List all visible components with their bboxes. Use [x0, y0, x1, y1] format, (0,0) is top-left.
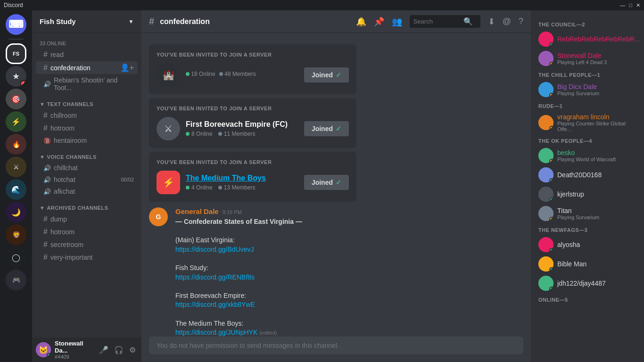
server-icon-8[interactable]: 🌙 [6, 202, 26, 222]
server-icon-7[interactable]: 🌊 [6, 179, 26, 200]
server-icon-9[interactable]: 🦁 [6, 224, 26, 245]
member-name-jdh122: jdh122/djay4487 [557, 280, 606, 287]
server-icon-4[interactable]: ⚡ [6, 111, 26, 132]
header-icons: 🔔 📌 👥 🔍 ⬇ @ ? [356, 15, 523, 28]
channel-confederation[interactable]: # confederation 👤+ [36, 61, 138, 74]
channel-header-name: confederation [160, 17, 210, 26]
member-name-info-death: Death20D0168 [557, 171, 602, 179]
notification-icon[interactable]: 🔔 [356, 16, 366, 27]
invite-link-boreevach[interactable]: https://discord.gg/xkb8YwE [175, 301, 255, 308]
member-jdh122[interactable]: jdh122/djay4487 [535, 274, 640, 293]
input-area: You do not have permission to send messa… [141, 337, 531, 362]
member-avatar-death [538, 167, 553, 182]
member-name-info-besko: besko Playing World of Warcraft [557, 149, 616, 162]
member-big-dicx-dale[interactable]: Big Dicx Dale Playing Survarium [535, 80, 640, 99]
invite-card: YOU'VE BEEN INVITED TO JOIN A SERVER 🏰 1… [149, 44, 356, 94]
server-icon-medium-boys: ⚡ [157, 171, 180, 194]
member-death[interactable]: Death20D0168 [535, 165, 640, 184]
titlebar: Discord — □ ✕ [0, 0, 644, 10]
channel-voice-rebian[interactable]: 🔊 Rebian's Shootin' and Toot... [36, 74, 138, 93]
members-icon[interactable]: 👥 [392, 16, 402, 27]
server-header[interactable]: Fish Study ▼ [32, 10, 141, 33]
add-user-icon[interactable]: 👤+ [120, 63, 134, 72]
mute-btn[interactable]: 🎤 [97, 344, 110, 356]
invite-link-fish-study[interactable]: https://discord.gg/RENBf8s [175, 273, 255, 281]
member-name-info-vragraham: vragraham lincoln Playing Counter-Strike… [557, 113, 636, 132]
pin-icon[interactable]: 📌 [374, 16, 384, 27]
online-status-death [549, 178, 553, 182]
category-arrow: ▼ [40, 205, 45, 211]
deafen-btn[interactable]: 🎧 [112, 344, 125, 356]
search-input[interactable] [413, 18, 461, 25]
invite-info-2: The Medium The Boys 4 Online 13 Members [186, 174, 298, 191]
voice-icon: 🔊 [43, 176, 51, 183]
help-icon[interactable]: ? [519, 16, 523, 26]
channel-hentairoom[interactable]: 🔞 hentairoom [36, 135, 138, 146]
join-btn-label: Joined [312, 71, 333, 79]
at-icon[interactable]: @ [503, 16, 511, 26]
message-body: General Dale 9:16 PM — Confederate State… [175, 207, 302, 337]
member-bible-man[interactable]: Bible Man [535, 255, 640, 273]
minimize-btn[interactable]: — [620, 2, 625, 8]
join-button[interactable]: Joined ✓ [304, 67, 349, 82]
server-icon-5[interactable]: 🔥 [6, 134, 26, 155]
channel-archived-hotroom[interactable]: # hotroom [36, 226, 138, 238]
titlebar-left: Discord [4, 2, 23, 8]
text-channels-category[interactable]: ▼ TEXT CHANNELS [32, 94, 141, 109]
channel-hotroom[interactable]: # hotroom [36, 122, 138, 134]
invite-link-east-virginia[interactable]: https://discord.gg/BdUvevJ [175, 246, 254, 253]
message-group-general-dale: G General Dale 9:16 PM — Confederate Sta… [141, 206, 531, 337]
member-rebrb[interactable]: RebRebRebRebRebRebR... [535, 30, 640, 49]
invite-server-icon: 🏰 [157, 63, 180, 87]
server-icon-11[interactable]: 🎮 [6, 270, 26, 290]
channel-chillroom[interactable]: # chillroom [36, 109, 138, 122]
invite-link-medium-boys[interactable]: https://discord.gg/JUNpHYK [175, 329, 257, 336]
member-besko[interactable]: besko Playing World of Warcraft [535, 146, 640, 165]
channel-read[interactable]: # read [36, 49, 138, 61]
discord-home-icon[interactable]: ⌨ [6, 14, 26, 35]
channel-sidebar: Fish Study ▼ 33 ONLINE # read # confeder… [32, 10, 141, 362]
channel-chillchat[interactable]: 🔊 chillchat [36, 162, 138, 173]
join-button-1[interactable]: Joined ✓ [304, 121, 349, 136]
titlebar-title: Discord [4, 2, 23, 8]
member-titan[interactable]: Titan Playing Survarium [535, 204, 640, 223]
members-stat-1: 11 Members [218, 131, 256, 137]
channel-name: chillchat [54, 164, 134, 172]
member-avatar-stonewall [538, 51, 553, 66]
notification-badge: 1 [20, 80, 26, 87]
channel-hotchat[interactable]: 🔊 hotchat 00/02 [36, 174, 138, 185]
join-button-2[interactable]: Joined ✓ [304, 175, 349, 190]
user-avatar: 🐱 [36, 342, 51, 357]
download-icon[interactable]: ⬇ [488, 16, 495, 27]
channels-list: 33 ONLINE # read # confederation 👤+ 🔊 Re… [32, 33, 141, 337]
invite-card-2-container: YOU'VE BEEN INVITED TO JOIN A SERVER ⚡ T… [141, 152, 531, 202]
server-name-link-2[interactable]: The Medium The Boys [186, 174, 266, 182]
channel-secretroom[interactable]: # secretroom [36, 239, 138, 251]
category-arrow: ▼ [40, 101, 45, 107]
server-icon-3[interactable]: 🎯 [6, 89, 26, 109]
member-name-info-bigdicx: Big Dicx Dale Playing Survarium [557, 83, 599, 96]
channel-afkchat[interactable]: 🔊 afkchat [36, 186, 138, 197]
member-game-stonewall: Playing Left 4 Dead 3 [557, 59, 607, 65]
close-btn[interactable]: ✕ [636, 2, 640, 8]
search-bar[interactable]: 🔍 [410, 15, 480, 28]
member-alyosha[interactable]: alyosha [535, 235, 640, 254]
member-stonewall[interactable]: Stonewall Dale Playing Left 4 Dead 3 [535, 49, 640, 68]
voice-channels-category[interactable]: ▼ VOICE CHANNELS [32, 147, 141, 162]
member-game-vragraham: Playing Counter-Strike Global Offe... [557, 121, 636, 132]
channel-very-important[interactable]: # very-important [36, 251, 138, 263]
settings-btn[interactable]: ⚙ [127, 344, 138, 356]
server-icon-10[interactable]: ◯ [6, 247, 26, 268]
member-vragraham[interactable]: vragraham lincoln Playing Counter-Strike… [535, 111, 640, 134]
member-kjerlstrup[interactable]: kjerlstrup [535, 185, 640, 204]
maximize-btn[interactable]: □ [629, 2, 632, 8]
member-avatar-kjerlstrup [538, 187, 553, 202]
channel-dump[interactable]: # dump [36, 213, 138, 225]
server-icon-fish-study[interactable]: FS [6, 43, 26, 64]
server-icon-6[interactable]: ⚔ [6, 156, 26, 177]
member-category-chill: THE CHILL PEOPLE—1 [535, 68, 640, 80]
archived-channels-category[interactable]: ▼ ARCHIVED CHANNELS [32, 197, 141, 213]
online-count: 33 ONLINE [32, 37, 141, 48]
titlebar-controls[interactable]: — □ ✕ [620, 2, 640, 8]
server-icon-2[interactable]: ★ 1 [6, 66, 26, 87]
